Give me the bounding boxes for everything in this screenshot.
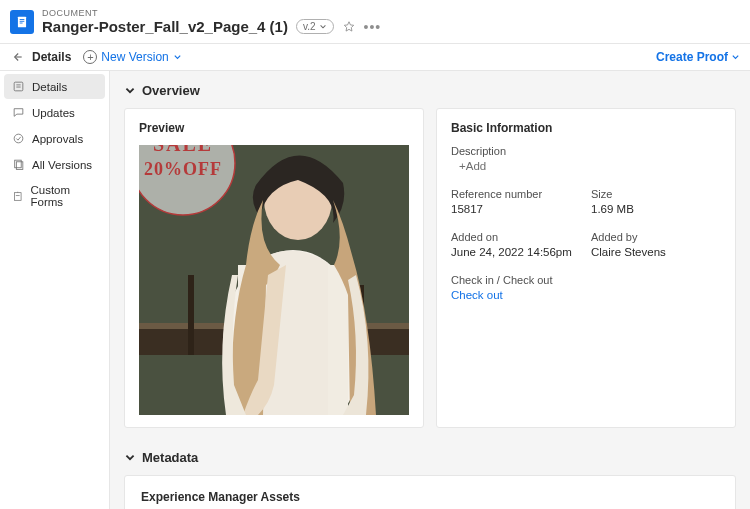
added-on-value: June 24, 2022 14:56pm [451, 246, 581, 258]
add-description-button[interactable]: +Add [451, 160, 721, 172]
stack-icon [12, 158, 25, 171]
chevron-down-icon [124, 85, 136, 97]
document-title: Ranger-Poster_Fall_v2_Page_4 (1) [42, 18, 288, 35]
metadata-card: Experience Manager Assets Project: Name … [124, 475, 736, 509]
version-pill[interactable]: v.2 [296, 19, 334, 34]
svg-rect-11 [14, 192, 21, 200]
toolbar: Details + New Version Create Proof [0, 44, 750, 71]
create-proof-label: Create Proof [656, 50, 728, 64]
overview-heading: Overview [142, 83, 200, 98]
check-circle-icon [12, 132, 25, 145]
svg-rect-1 [20, 19, 25, 20]
added-by-value: Claire Stevens [591, 246, 721, 258]
description-label: Description [451, 145, 721, 157]
added-on-label: Added on [451, 231, 581, 243]
sidebar-item-label: All Versions [32, 159, 92, 171]
more-icon[interactable]: ••• [364, 19, 382, 35]
new-version-label: New Version [101, 50, 168, 64]
chevron-down-icon [319, 23, 327, 31]
sidebar-item-label: Details [32, 81, 67, 93]
plus-circle-icon: + [83, 50, 97, 64]
basic-info-heading: Basic Information [451, 121, 721, 135]
back-icon[interactable] [10, 50, 24, 64]
svg-rect-0 [18, 16, 26, 27]
size-label: Size [591, 188, 721, 200]
svg-rect-5 [14, 82, 23, 91]
overview-section-head[interactable]: Overview [124, 83, 736, 98]
metadata-heading: Metadata [142, 450, 198, 465]
svg-text:20%OFF: 20%OFF [144, 159, 222, 179]
details-icon [12, 80, 25, 93]
svg-rect-3 [20, 22, 23, 23]
toolbar-details-label: Details [32, 50, 71, 64]
checkin-label: Check in / Check out [451, 274, 581, 286]
eyebrow-label: DOCUMENT [42, 8, 381, 18]
added-by-label: Added by [591, 231, 721, 243]
preview-label: Preview [139, 121, 409, 135]
version-pill-label: v.2 [303, 21, 316, 32]
preview-card: Preview [124, 108, 424, 428]
chevron-down-icon [731, 53, 740, 62]
sidebar-item-label: Approvals [32, 133, 83, 145]
create-proof-button[interactable]: Create Proof [656, 50, 740, 64]
overview-cards: Preview [124, 108, 736, 428]
sidebar-item-custom-forms[interactable]: Custom Forms [4, 178, 105, 214]
svg-rect-10 [16, 162, 22, 170]
star-icon[interactable] [342, 20, 356, 34]
sidebar-item-approvals[interactable]: Approvals [4, 126, 105, 151]
chevron-down-icon [124, 452, 136, 464]
reference-value: 15817 [451, 203, 581, 215]
svg-point-8 [14, 134, 23, 143]
main-content: Overview Preview [110, 71, 750, 509]
size-value: 1.69 MB [591, 203, 721, 215]
preview-image[interactable]: SALE 20%OFF [139, 145, 409, 415]
reference-label: Reference number [451, 188, 581, 200]
sidebar-item-label: Custom Forms [30, 184, 97, 208]
new-version-button[interactable]: + New Version [83, 50, 181, 64]
checkout-link[interactable]: Check out [451, 289, 581, 301]
document-icon [10, 10, 34, 34]
sidebar-item-all-versions[interactable]: All Versions [4, 152, 105, 177]
svg-rect-17 [188, 275, 194, 355]
sidebar: Details Updates Approvals All Versions C… [0, 71, 110, 509]
form-icon [12, 190, 23, 203]
svg-rect-9 [15, 160, 21, 168]
page-body: Details Updates Approvals All Versions C… [0, 71, 750, 509]
metadata-section-head[interactable]: Metadata [124, 450, 736, 465]
chat-icon [12, 106, 25, 119]
basic-info-card: Basic Information Description +Add Refer… [436, 108, 736, 428]
sidebar-item-label: Updates [32, 107, 75, 119]
sidebar-item-details[interactable]: Details [4, 74, 105, 99]
chevron-down-icon [173, 53, 182, 62]
metadata-card-title: Experience Manager Assets [141, 490, 719, 504]
svg-rect-2 [20, 20, 25, 21]
sidebar-item-updates[interactable]: Updates [4, 100, 105, 125]
metadata-section: Metadata Experience Manager Assets Proje… [124, 450, 736, 509]
svg-text:SALE: SALE [153, 145, 213, 155]
document-header: DOCUMENT Ranger-Poster_Fall_v2_Page_4 (1… [0, 0, 750, 44]
